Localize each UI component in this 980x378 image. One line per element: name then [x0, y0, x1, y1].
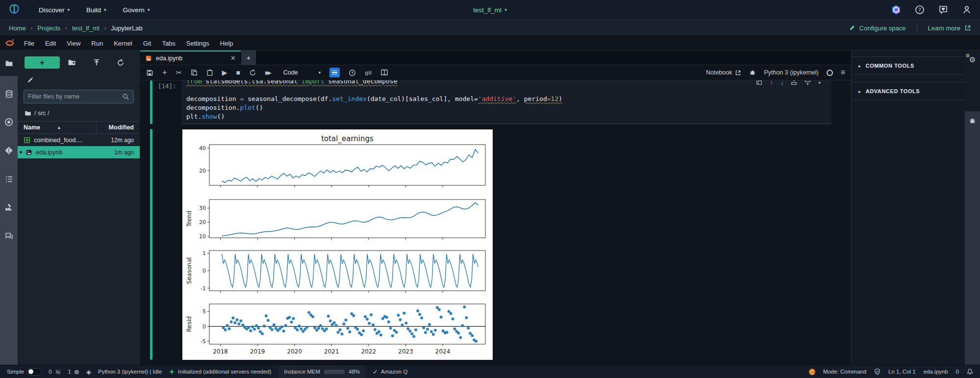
- sidebar-item-table-of-contents[interactable]: [0, 168, 18, 190]
- app-logo-icon[interactable]: [8, 3, 21, 16]
- active-cell-indicator[interactable]: [150, 80, 152, 124]
- insert-cell-button[interactable]: +: [162, 68, 167, 77]
- debugger-sidebar-icon[interactable]: [969, 117, 976, 365]
- column-modified[interactable]: Modified: [97, 124, 140, 131]
- file-row-csv[interactable]: combined_food.... 12m ago: [18, 134, 140, 146]
- cursor-position[interactable]: Ln 1, Col 1: [888, 369, 916, 375]
- spreadsheet-file-icon: [24, 137, 30, 144]
- notifications-count[interactable]: 0: [956, 369, 959, 375]
- amazon-q-icon[interactable]: [891, 4, 902, 15]
- move-cell-down-icon[interactable]: ↓: [780, 80, 784, 86]
- git-status-icon[interactable]: ◈: [86, 368, 91, 376]
- project-selector[interactable]: test_lf_ml▾: [473, 6, 506, 14]
- move-cell-up-icon[interactable]: ↑: [770, 80, 773, 86]
- menu-view[interactable]: View: [61, 40, 86, 47]
- output-cell-indicator[interactable]: [150, 129, 152, 360]
- restart-kernel-button[interactable]: [249, 69, 256, 76]
- close-tab-icon[interactable]: ✕: [230, 54, 236, 62]
- new-folder-button[interactable]: [60, 58, 84, 67]
- new-tab-button[interactable]: +: [241, 50, 256, 65]
- bell-icon[interactable]: [967, 368, 973, 375]
- menu-discover[interactable]: Discover▾: [30, 6, 78, 14]
- help-icon[interactable]: ?: [914, 4, 925, 15]
- svg-text:2023: 2023: [398, 348, 413, 355]
- menu-govern[interactable]: Govern▾: [115, 6, 158, 14]
- memory-bar: [324, 370, 345, 374]
- file-path-breadcrumb[interactable]: / src /: [18, 105, 140, 121]
- menu-file[interactable]: File: [19, 40, 40, 47]
- history-icon[interactable]: [349, 69, 356, 76]
- kernel-name-button[interactable]: Python 3 (ipykernel): [764, 69, 818, 76]
- menu-settings[interactable]: Settings: [181, 40, 215, 47]
- sidebar-item-chat[interactable]: [0, 225, 18, 247]
- simple-mode-toggle[interactable]: [27, 368, 42, 376]
- new-launcher-button[interactable]: +: [25, 56, 60, 69]
- sort-asc-icon[interactable]: ▲: [57, 125, 61, 130]
- kernel-status-text[interactable]: Python 3 (ipykernel) | Idle: [98, 369, 162, 375]
- stop-kernel-button[interactable]: ■: [236, 69, 240, 76]
- code-editor[interactable]: from statsmodels.tsa.seasonal import sea…: [181, 80, 831, 124]
- learn-more-link[interactable]: Learn more: [928, 25, 971, 32]
- cell-execution-prompt: [14]:: [158, 82, 176, 90]
- delete-cell-icon[interactable]: ▪: [818, 80, 821, 86]
- feedback-icon[interactable]: ♥: [938, 4, 949, 15]
- duplicate-cell-icon[interactable]: [756, 80, 762, 86]
- svg-text:2021: 2021: [324, 348, 339, 355]
- restart-run-all-button[interactable]: ▶▶: [265, 70, 270, 76]
- kernel-status-icon[interactable]: [827, 70, 833, 76]
- active-file-name[interactable]: eda.ipynb: [924, 369, 948, 375]
- copy-icon: [191, 69, 198, 76]
- open-in-notebook-link[interactable]: Notebook: [706, 69, 742, 76]
- column-name[interactable]: Name: [24, 124, 40, 131]
- cell-type-dropdown[interactable]: Code ▾: [283, 69, 321, 76]
- menu-build[interactable]: Build▾: [78, 6, 115, 14]
- user-icon[interactable]: [961, 4, 972, 15]
- breadcrumb-separator: ›: [65, 25, 67, 31]
- tab-eda-ipynb[interactable]: eda.ipynb ✕: [140, 50, 241, 65]
- session-status-icon[interactable]: [809, 369, 815, 375]
- run-cell-button[interactable]: ▶: [222, 69, 227, 76]
- new-notebook-shortcut-icon[interactable]: [26, 76, 133, 84]
- breadcrumb-home[interactable]: Home: [9, 25, 26, 32]
- notebook-settings-icon[interactable]: [329, 68, 340, 77]
- svg-text:0: 0: [202, 324, 206, 330]
- sidebar-item-data[interactable]: [0, 83, 18, 104]
- mode-indicator[interactable]: Mode: Command: [823, 369, 866, 375]
- sidebar-item-git[interactable]: [0, 140, 18, 161]
- breadcrumb-project[interactable]: test_lf_ml: [72, 25, 100, 32]
- git-toolbar-button[interactable]: git: [365, 70, 372, 76]
- init-status[interactable]: Initialized (additional servers needed): [169, 369, 272, 375]
- menu-kernel[interactable]: Kernel: [108, 40, 138, 47]
- menu-git[interactable]: Git: [138, 40, 157, 47]
- menu-help[interactable]: Help: [215, 40, 239, 47]
- insert-cell-above-icon[interactable]: [791, 80, 797, 86]
- paste-cells-button[interactable]: [206, 69, 213, 76]
- spark-icon: [169, 369, 175, 375]
- property-inspector-icon[interactable]: ⚙⚙: [969, 55, 976, 64]
- menu-run[interactable]: Run: [86, 40, 108, 47]
- copy-cells-button[interactable]: [191, 69, 198, 76]
- refresh-button[interactable]: [108, 59, 133, 67]
- save-button[interactable]: [146, 69, 153, 76]
- book-icon[interactable]: [380, 69, 388, 76]
- sidebar-item-extensions[interactable]: [0, 197, 18, 218]
- sidebar-item-running-sessions[interactable]: [0, 111, 18, 133]
- terminals-count[interactable]: 0: [49, 369, 61, 375]
- debugger-icon[interactable]: [749, 69, 756, 76]
- sidebar-item-file-browser[interactable]: [0, 50, 18, 76]
- file-row-notebook[interactable]: eda.ipynb 1m ago: [18, 146, 140, 158]
- breadcrumb-projects[interactable]: Projects: [37, 25, 60, 32]
- menu-tabs[interactable]: Tabs: [156, 40, 180, 47]
- cut-cells-button[interactable]: ✂: [176, 69, 182, 76]
- common-tools-section[interactable]: ▸ COMMON TOOLS: [852, 56, 965, 75]
- file-filter-input[interactable]: [28, 93, 122, 100]
- menu-edit[interactable]: Edit: [40, 40, 61, 47]
- insert-cell-below-icon[interactable]: [804, 80, 811, 86]
- upload-button[interactable]: [84, 59, 109, 67]
- advanced-tools-section[interactable]: ▸ ADVANCED TOOLS: [852, 82, 965, 101]
- trust-shield-icon[interactable]: [874, 368, 880, 375]
- toolbar-menu-icon[interactable]: ≡: [841, 68, 845, 77]
- amazon-q-status[interactable]: ✓ Amazon Q: [373, 368, 407, 376]
- kernels-count[interactable]: 1 ⊕: [68, 368, 79, 376]
- configure-space-button[interactable]: Configure space: [849, 25, 906, 32]
